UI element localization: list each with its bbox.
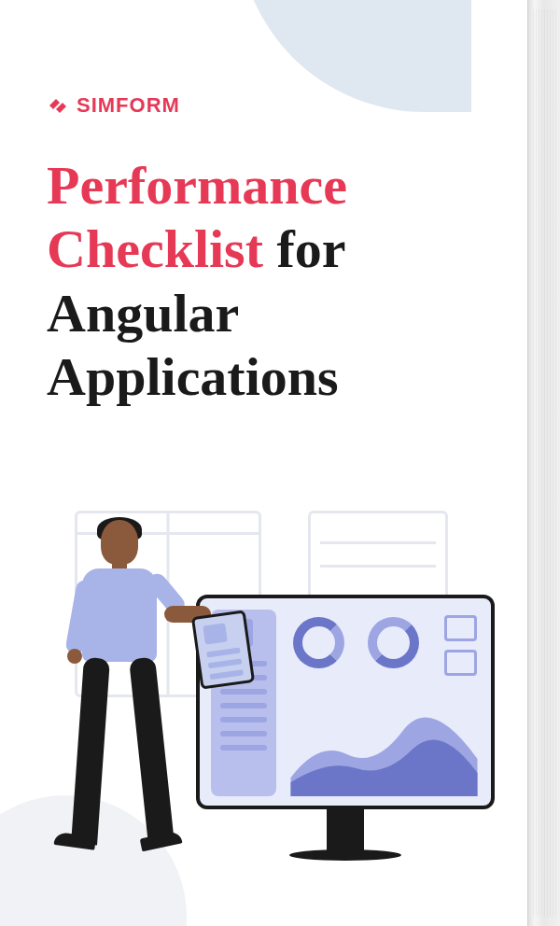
widget-box [444,615,477,641]
simform-logo-icon [47,94,69,117]
title-connector: for [263,218,345,279]
donut-chart-icon [368,617,419,668]
cover-illustration [47,492,495,893]
person-figure [56,520,205,865]
widget-box [444,650,477,676]
decorative-arc-top [238,0,471,112]
area-chart-icon [288,694,480,796]
monitor-base [289,849,401,861]
brand-logo: SIMFORM [47,93,180,118]
book-cover: SIMFORM Performance Checklist for Angula… [0,0,527,926]
cover-title: Performance Checklist for Angular Applic… [47,154,467,410]
book-pages-edge [527,0,560,926]
donut-chart-icon [293,617,344,668]
brand-name: SIMFORM [77,93,180,118]
title-main-text: Angular Applications [47,283,339,407]
handheld-tablet [191,610,255,689]
